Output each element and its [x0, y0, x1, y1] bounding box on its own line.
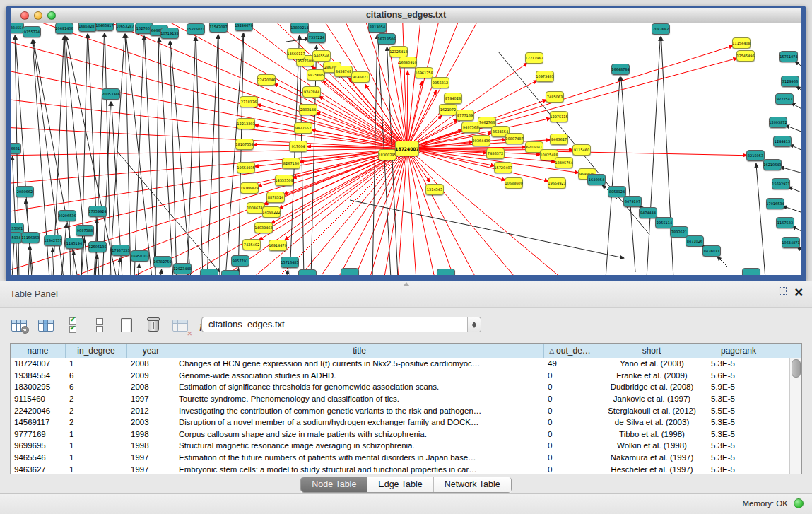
graph-node[interactable]: 16210643 — [763, 159, 782, 170]
graph-node[interactable]: 9227543 — [775, 93, 794, 105]
graph-node[interactable]: 11156863 — [21, 232, 40, 243]
table-settings-icon[interactable] — [10, 317, 28, 334]
graph-node[interactable] — [298, 269, 317, 275]
graph-node[interactable]: 16958107 — [131, 250, 149, 262]
graph-node[interactable]: 9794028 — [444, 93, 462, 104]
graph-node[interactable]: 10644871 — [782, 237, 800, 248]
graph-node[interactable] — [221, 270, 240, 275]
table-row[interactable]: 2242004622012Investigating the contribut… — [11, 404, 790, 416]
graph-node[interactable]: 9427552 — [294, 122, 312, 134]
graph-node[interactable]: 1167533 — [776, 217, 794, 228]
graph-node[interactable]: 20691406 — [55, 23, 73, 34]
table-selector-combobox[interactable]: citations_edges.txt — [201, 317, 481, 332]
graph-node[interactable]: 15276021 — [187, 23, 205, 35]
column-header-year[interactable]: year — [127, 344, 175, 358]
column-header-name[interactable]: name — [11, 344, 66, 358]
graph-node[interactable]: 1145194 — [65, 238, 83, 249]
graph-node[interactable]: 14039463 — [254, 222, 273, 233]
graph-node[interactable]: 19166829 — [240, 182, 259, 194]
show-columns-icon[interactable] — [37, 317, 55, 334]
table-row[interactable]: 1872400712008Changes of HCN gene express… — [11, 358, 790, 370]
float-window-icon[interactable] — [775, 287, 786, 298]
graph-node[interactable]: 2087682 — [652, 23, 670, 35]
table-row[interactable]: 969969511998Structural magnetic resonanc… — [11, 440, 790, 452]
network-canvas[interactable]: 1872400718300295224200462718126122133931… — [11, 23, 801, 275]
graph-node[interactable]: 16782759 — [153, 256, 172, 267]
scrollbar-thumb[interactable] — [792, 359, 801, 378]
table-row[interactable]: 946362711997Embryonic stem cells: a mode… — [11, 463, 790, 474]
graph-node[interactable]: 16914479 — [269, 240, 287, 251]
graph-node[interactable]: 9097588 — [76, 225, 94, 236]
graph-node[interactable]: 8267130 — [282, 158, 300, 169]
graph-node[interactable]: 12545496 — [736, 50, 755, 62]
table-row[interactable]: 1938455462009Genome-wide association stu… — [11, 370, 790, 382]
graph-node[interactable]: 2636651 — [11, 143, 21, 154]
graph-node[interactable]: 7485063 — [546, 91, 564, 103]
graph-node[interactable]: 10653287 — [116, 23, 134, 32]
graph-node[interactable]: 1640954 — [587, 174, 606, 185]
tab-edge-table[interactable]: Edge Table — [367, 477, 433, 492]
graph-node[interactable]: 15716485 — [281, 257, 299, 268]
graph-node[interactable]: 7486372 — [486, 148, 505, 159]
column-header-short[interactable]: short — [596, 344, 707, 358]
graph-node[interactable] — [742, 268, 760, 275]
graph-node[interactable]: 15720407 — [494, 162, 512, 173]
graph-node[interactable]: 12975115 — [550, 111, 568, 122]
delete-table-icon[interactable] — [144, 317, 163, 334]
column-header-pagerank[interactable]: pagerank — [707, 344, 770, 358]
graph-node[interactable]: 13246679 — [235, 23, 253, 31]
graph-node[interactable]: 9115460 — [572, 144, 591, 156]
graph-node[interactable]: 8958924 — [608, 186, 626, 197]
graph-node[interactable]: 15751074 — [779, 51, 798, 62]
graph-node[interactable]: 8476031 — [702, 245, 721, 257]
graph-node[interactable]: 9474444 — [639, 207, 657, 218]
graph-node[interactable]: 6479197 — [623, 196, 642, 207]
graph-node[interactable]: 9777169 — [456, 110, 474, 121]
tab-network-table[interactable]: Network Table — [433, 477, 511, 492]
graph-node[interactable]: 9465546 — [312, 50, 331, 62]
table-row[interactable]: 911546021997Tourette syndrome. Phenomeno… — [11, 393, 790, 405]
table-row[interactable]: 946554611997Estimation of the future num… — [11, 452, 790, 464]
network-window-titlebar[interactable]: citations_edges.txt — [11, 8, 801, 23]
graph-node[interactable]: 19654935 — [237, 162, 255, 173]
graph-node[interactable]: 10688609 — [505, 177, 523, 189]
graph-node[interactable]: 14353509 — [275, 175, 293, 186]
graph-node[interactable]: 10465417 — [95, 23, 114, 31]
new-table-icon[interactable] — [117, 317, 136, 334]
graph-node[interactable]: 3915934 — [11, 232, 22, 243]
tab-node-table[interactable]: Node Table — [301, 477, 367, 492]
graph-node[interactable]: 1244413 — [773, 136, 792, 147]
combobox-stepper-icon[interactable] — [467, 317, 481, 332]
graph-node[interactable]: 8215953 — [746, 150, 765, 161]
select-columns-icon[interactable] — [64, 317, 82, 334]
graph-node[interactable]: 17359924 — [88, 206, 107, 217]
graph-node[interactable]: 12325413 — [389, 46, 408, 57]
graph-node[interactable]: 20206536 — [58, 210, 76, 221]
graph-node[interactable]: 14598222 — [262, 206, 281, 218]
graph-node[interactable]: 18107554 — [235, 139, 254, 150]
graph-node[interactable]: 17957253 — [112, 245, 130, 256]
table-row[interactable]: 1830029562008Estimation of significance … — [11, 381, 790, 393]
graph-node[interactable]: 9875685 — [307, 69, 325, 81]
graph-node[interactable]: 2718126 — [240, 96, 258, 107]
graph-node[interactable]: 12093872 — [769, 117, 787, 128]
graph-node[interactable]: 9355724 — [23, 26, 41, 37]
column-header-out_de[interactable]: △out_de… — [544, 344, 596, 358]
row-height-icon[interactable] — [90, 317, 109, 334]
graph-node[interactable]: 16640910 — [399, 57, 417, 68]
graph-node[interactable]: 12342757 — [44, 235, 62, 246]
graph-node[interactable]: 8878314 — [266, 192, 285, 203]
table-row[interactable]: 1456911722003Disruption of a novel membe… — [11, 416, 790, 428]
graph-node[interactable]: 11154408 — [732, 37, 751, 49]
graph-node[interactable]: 10719135 — [160, 28, 179, 39]
graph-node[interactable]: 9146821 — [351, 71, 370, 83]
graph-node[interactable]: 2089662 — [16, 186, 34, 197]
graph-node[interactable]: 1621072 — [439, 104, 457, 115]
graph-node[interactable]: 15692971 — [772, 178, 790, 189]
graph-node[interactable]: 12213393 — [237, 118, 255, 129]
graph-node[interactable]: 20364436 — [472, 135, 490, 146]
graph-node[interactable]: 9857791 — [231, 255, 249, 267]
graph-node[interactable]: 8471026 — [686, 235, 704, 247]
graph-node[interactable]: 16648784 — [611, 64, 630, 75]
graph-node[interactable]: 7357224 — [307, 32, 326, 43]
